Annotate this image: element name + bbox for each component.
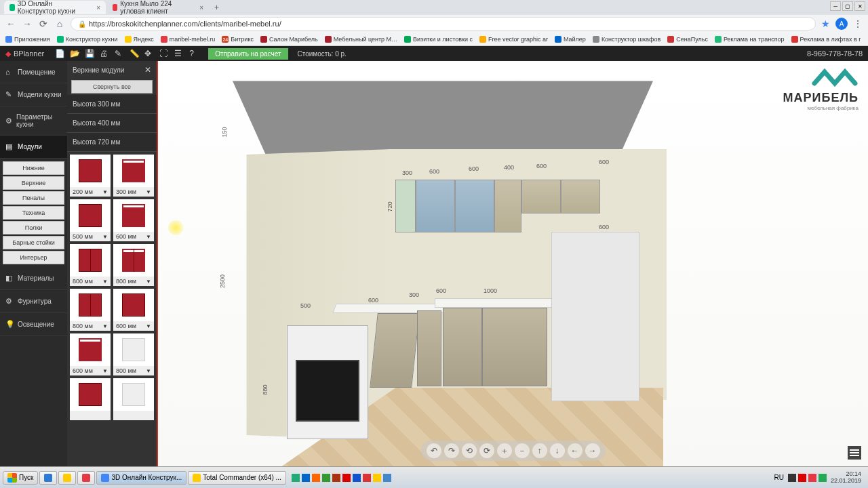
stove[interactable] xyxy=(287,325,368,439)
nav-lighting[interactable]: 💡Освещение xyxy=(0,313,67,336)
app-icon[interactable] xyxy=(373,474,381,482)
url-input[interactable]: 🔒 https://broskokitchenplanner.com/clien… xyxy=(71,17,816,30)
upper-cabinet[interactable] xyxy=(521,180,561,214)
module-item[interactable]: 600 мм▼ xyxy=(113,289,154,331)
reload-button[interactable]: ⟳ xyxy=(38,18,49,29)
taskbar-item[interactable]: Total Commander (x64) ... xyxy=(188,471,286,485)
language-indicator[interactable]: RU xyxy=(774,474,784,481)
upper-cabinet[interactable] xyxy=(416,180,455,232)
module-item[interactable] xyxy=(113,378,154,420)
forward-button[interactable]: → xyxy=(22,18,33,29)
bookmark-item[interactable]: СенаПульс xyxy=(667,36,708,43)
upper-cabinet[interactable] xyxy=(561,180,600,214)
back-button[interactable]: ← xyxy=(5,18,16,29)
chevron-down-icon[interactable]: ▼ xyxy=(146,368,151,374)
menu-dots-icon[interactable]: ⋮ xyxy=(853,18,863,29)
module-item[interactable]: 500 мм▼ xyxy=(70,199,111,241)
nav-params[interactable]: ⚙Параметры кухни xyxy=(0,106,67,136)
close-icon[interactable]: × xyxy=(199,4,203,12)
collapse-all-button[interactable]: Свернуть все xyxy=(71,80,153,94)
zoom-out-button[interactable]: － xyxy=(515,443,530,458)
browser-tab-active[interactable]: 3D Онлайн Конструктор кухни × xyxy=(4,1,106,14)
chevron-down-icon[interactable]: ▼ xyxy=(102,323,108,329)
bookmark-item[interactable]: Конструктор шкафов xyxy=(593,36,660,43)
lower-cabinet[interactable] xyxy=(370,313,420,388)
upper-cabinet[interactable] xyxy=(455,180,494,232)
close-window-button[interactable]: ✕ xyxy=(854,1,865,11)
chevron-down-icon[interactable]: ▼ xyxy=(146,234,151,240)
sub-bar[interactable]: Барные стойки xyxy=(3,236,64,249)
sub-upper[interactable]: Верхние xyxy=(3,176,64,190)
tray-icon[interactable] xyxy=(798,474,806,482)
taskbar-item[interactable]: 3D Онлайн Конструк... xyxy=(96,471,186,485)
bookmark-item[interactable]: Майлер xyxy=(555,36,586,43)
height-option[interactable]: Высота 720 мм xyxy=(67,133,157,152)
apps-button[interactable]: Приложения xyxy=(5,36,50,43)
chevron-down-icon[interactable]: ▼ xyxy=(146,279,151,285)
rotate-x-button[interactable]: ⟲ xyxy=(462,443,477,458)
nav-models[interactable]: ✎Модели кухни xyxy=(0,83,67,106)
lower-cabinet[interactable] xyxy=(482,308,547,386)
nav-hardware[interactable]: ⚙Фурнитура xyxy=(0,290,67,313)
module-item[interactable] xyxy=(70,378,111,420)
help-icon[interactable]: ? xyxy=(189,49,199,58)
bookmark-item[interactable]: maribel-mebel.ru xyxy=(161,36,216,43)
tray-icon[interactable] xyxy=(808,474,816,482)
nav-room[interactable]: ⌂Помещение xyxy=(0,61,67,83)
lower-cabinet[interactable] xyxy=(443,308,482,386)
pan-right-button[interactable]: → xyxy=(585,443,600,458)
minimize-button[interactable]: ─ xyxy=(830,1,841,11)
sub-penals[interactable]: Пеналы xyxy=(3,191,64,205)
pan-left-button[interactable]: ← xyxy=(568,443,583,458)
fullscreen-icon[interactable]: ⛶ xyxy=(159,49,169,58)
tray-icon[interactable] xyxy=(818,474,827,482)
send-calculation-button[interactable]: Отправить на расчет xyxy=(208,48,288,60)
bookmark-star-icon[interactable]: ★ xyxy=(821,18,830,29)
module-item[interactable]: 800 мм▼ xyxy=(70,244,111,286)
taskbar-quicklaunch[interactable] xyxy=(77,471,95,485)
sub-shelves[interactable]: Полки xyxy=(3,221,64,235)
bookmark-item[interactable]: Конструктор кухни xyxy=(57,36,118,43)
profile-avatar[interactable]: А xyxy=(835,18,848,30)
module-item[interactable]: 300 мм▼ xyxy=(113,155,154,197)
list-icon[interactable]: ☰ xyxy=(174,49,184,58)
chevron-down-icon[interactable]: ▼ xyxy=(102,189,108,195)
app-icon[interactable] xyxy=(342,474,351,482)
rotate-y-button[interactable]: ⟳ xyxy=(479,443,494,458)
nav-materials[interactable]: ◧Материалы xyxy=(0,267,67,290)
module-item[interactable]: 800 мм▼ xyxy=(70,289,111,331)
lower-cabinet[interactable] xyxy=(417,310,441,386)
chevron-down-icon[interactable]: ▼ xyxy=(146,189,151,195)
sub-lower[interactable]: Нижние xyxy=(3,161,64,175)
new-file-icon[interactable]: 📄 xyxy=(55,49,64,58)
bookmark-item[interactable]: Визитки и листовки с xyxy=(404,36,473,43)
chevron-down-icon[interactable]: ▼ xyxy=(102,234,108,240)
bookmark-item[interactable]: Салон Марибель xyxy=(260,36,318,43)
bookmark-item[interactable]: Реклама в лифтах в г xyxy=(791,36,861,43)
bookmark-item[interactable]: 24Битрикс xyxy=(222,36,254,43)
bookmark-item[interactable]: Реклама на транспор xyxy=(715,36,785,43)
print-icon[interactable]: 🖨 xyxy=(100,49,109,58)
countertop[interactable] xyxy=(435,298,564,308)
start-button[interactable]: Пуск xyxy=(3,471,38,485)
app-icon[interactable] xyxy=(322,474,330,482)
bookmark-item[interactable]: Мебельный центр М… xyxy=(325,36,397,43)
module-item[interactable]: 200 мм▼ xyxy=(70,155,111,197)
taskbar-quicklaunch[interactable] xyxy=(58,471,76,485)
upper-cabinet[interactable] xyxy=(494,180,521,232)
pan-down-button[interactable]: ↓ xyxy=(550,443,565,458)
app-icon[interactable] xyxy=(332,474,340,482)
upper-cabinet[interactable] xyxy=(395,180,416,232)
rotate-right-button[interactable]: ↷ xyxy=(444,443,459,458)
bookmark-item[interactable]: Яндекс xyxy=(125,36,154,43)
open-icon[interactable]: 📂 xyxy=(70,49,79,58)
save-icon[interactable]: 💾 xyxy=(85,49,94,58)
move-icon[interactable]: ✥ xyxy=(144,49,154,58)
app-icon[interactable] xyxy=(302,474,310,482)
ruler-icon[interactable]: 📏 xyxy=(130,49,139,58)
app-icon[interactable] xyxy=(292,474,300,482)
chevron-down-icon[interactable]: ▼ xyxy=(102,279,108,285)
app-icon[interactable] xyxy=(353,474,361,482)
app-icon[interactable] xyxy=(383,474,391,482)
pan-up-button[interactable]: ↑ xyxy=(532,443,547,458)
